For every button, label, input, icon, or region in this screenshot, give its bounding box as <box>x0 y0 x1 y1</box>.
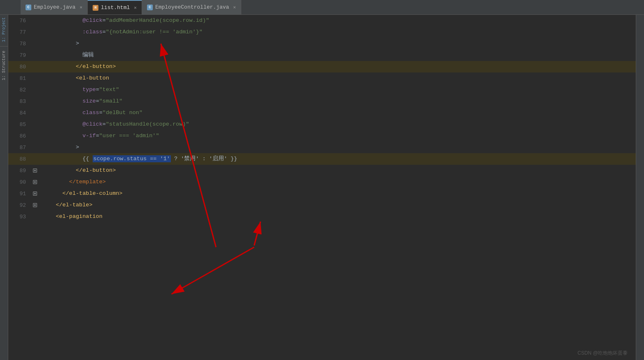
line-content-80: </el-button> <box>39 61 116 72</box>
fold-arrow-92[interactable] <box>33 203 37 207</box>
line-content-77: :class="{notAdmin:user !== 'admin'}" <box>39 26 203 38</box>
code-line-79: 79 编辑 <box>8 49 636 61</box>
tab-employee-controller[interactable]: C EmployeeController.java ✕ <box>142 0 241 14</box>
line-number-79: 79 <box>8 52 31 58</box>
code-line-77: 77 :class="{notAdmin:user !== 'admin'}" <box>8 26 636 38</box>
code-line-88: 88 {{ scope.row.status == '1' ? '禁用' : '… <box>8 153 636 165</box>
tab-close-list-html[interactable]: ✕ <box>134 5 137 10</box>
gutter-92 <box>31 203 39 207</box>
gutter-89 <box>31 168 39 173</box>
tab-list-html[interactable]: H list.html ✕ <box>88 0 142 14</box>
line-number-82: 82 <box>8 87 31 93</box>
svg-line-4 <box>171 247 254 294</box>
line-content-84: class="delBut non" <box>39 107 142 119</box>
fold-arrow-90[interactable] <box>33 180 37 184</box>
tab-label-employee-controller: EmployeeController.java <box>155 4 229 10</box>
code-line-90: 90 </template> <box>8 176 636 188</box>
line-content-76: @click="addMemberHandle(scope.row.id)" <box>39 15 209 26</box>
tab-close-employee-controller[interactable]: ✕ <box>233 5 236 10</box>
code-line-83: 83 size="small" <box>8 96 636 107</box>
line-number-87: 87 <box>8 145 31 151</box>
tab-label-employee-java: Employee.java <box>34 4 75 10</box>
line-number-91: 91 <box>8 191 31 197</box>
code-line-80: 80 </el-button> <box>8 61 636 72</box>
java-icon-2: C <box>147 5 153 10</box>
line-content-92: </el-table> <box>39 199 93 211</box>
line-content-91: </el-table-column> <box>39 188 122 199</box>
line-number-90: 90 <box>8 179 31 185</box>
java-icon: C <box>26 5 31 10</box>
line-number-83: 83 <box>8 98 31 105</box>
line-number-85: 85 <box>8 122 31 128</box>
html-icon: H <box>93 5 98 11</box>
code-line-92: 92 </el-table> <box>8 199 636 211</box>
line-number-86: 86 <box>8 133 31 139</box>
line-content-88: {{ scope.row.status == '1' ? '禁用' : '启用'… <box>39 153 237 165</box>
line-number-84: 84 <box>8 110 31 116</box>
line-content-81: <el-button <box>39 72 109 84</box>
line-content-83: size="small" <box>39 96 122 107</box>
code-lines: 76 @click="addMemberHandle(scope.row.id)… <box>8 15 636 222</box>
gutter-91 <box>31 192 39 196</box>
code-line-82: 82 type="text" <box>8 84 636 96</box>
side-panel-right <box>636 15 644 360</box>
line-number-89: 89 <box>8 168 31 174</box>
watermark: CSDN @吃饱饱坏蛋黍 <box>577 350 628 357</box>
code-editor[interactable]: 76 @click="addMemberHandle(scope.row.id)… <box>8 15 636 360</box>
editor-area: 1: Project 1: Structure <box>0 15 644 360</box>
structure-panel-label[interactable]: 1: Structure <box>2 48 6 83</box>
code-line-87: 87 > <box>8 142 636 153</box>
tab-label-list-html: list.html <box>101 5 130 11</box>
gutter-90 <box>31 180 39 184</box>
code-line-89: 89 </el-button> <box>8 165 636 176</box>
line-content-89: </el-button> <box>39 165 116 176</box>
code-line-81: 81 <el-button <box>8 72 636 84</box>
line-number-77: 77 <box>8 29 31 35</box>
code-line-93: 93 <el-pagination <box>8 211 636 222</box>
code-line-91: 91 </el-table-column> <box>8 188 636 199</box>
line-number-78: 78 <box>8 41 31 47</box>
line-content-87: > <box>39 142 79 153</box>
ide-container: C Employee.java ✕ H list.html ✕ C Employ… <box>0 0 644 360</box>
code-line-86: 86 v-if="user === 'admin'" <box>8 130 636 142</box>
line-content-86: v-if="user === 'admin'" <box>39 130 159 142</box>
fold-arrow-89[interactable] <box>33 168 37 173</box>
tab-employee-java[interactable]: C Employee.java ✕ <box>21 0 88 14</box>
line-number-92: 92 <box>8 202 31 208</box>
line-number-88: 88 <box>8 156 31 162</box>
tab-bar: C Employee.java ✕ H list.html ✕ C Employ… <box>0 0 644 15</box>
line-number-80: 80 <box>8 64 31 70</box>
line-content-90: </template> <box>39 176 106 188</box>
line-content-82: type="text" <box>39 84 119 96</box>
code-line-84: 84 class="delBut non" <box>8 107 636 119</box>
fold-arrow-91[interactable] <box>33 192 37 196</box>
code-line-85: 85 @click="statusHandle(scope.row)" <box>8 119 636 130</box>
code-line-78: 78 > <box>8 38 636 49</box>
line-number-93: 93 <box>8 214 31 220</box>
side-panel-left: 1: Project 1: Structure <box>0 15 8 360</box>
project-panel-label[interactable]: 1: Project <box>2 15 6 44</box>
line-number-81: 81 <box>8 75 31 82</box>
code-line-76: 76 @click="addMemberHandle(scope.row.id)… <box>8 15 636 26</box>
line-content-93: <el-pagination <box>39 211 103 222</box>
line-content-85: @click="statusHandle(scope.row)" <box>39 119 189 130</box>
line-number-76: 76 <box>8 18 31 24</box>
svg-line-5 <box>254 222 260 245</box>
line-content-79: 编辑 <box>39 49 94 61</box>
line-content-78: > <box>39 38 79 49</box>
tab-close-employee-java[interactable]: ✕ <box>79 5 82 10</box>
